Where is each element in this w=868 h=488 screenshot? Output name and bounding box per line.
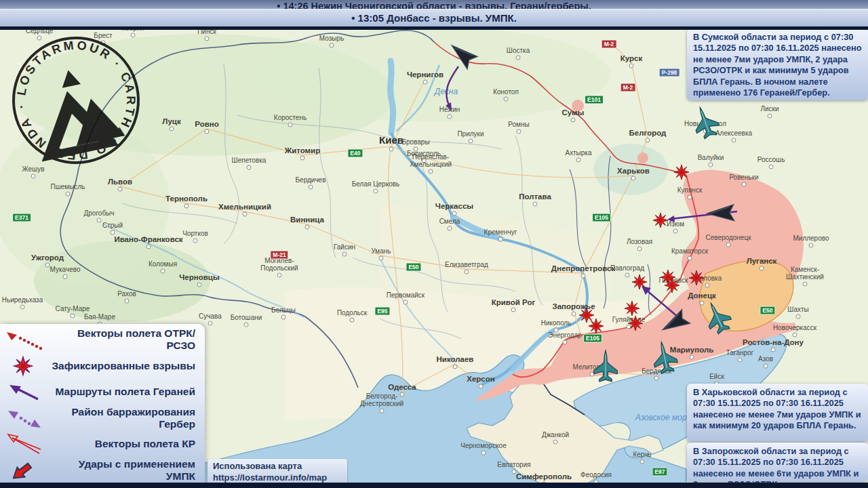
ticker-line1-text: • 14:26 Нежин Черниговской области - взр… [277,1,591,9]
drone-marker [447,39,478,69]
legend-row-geran: Маршруты полета Гераней [0,379,205,405]
kr-vector-icon [0,432,49,456]
legend-panel: Векторы полета ОТРК/РСЗО Зафиксированные… [0,324,205,483]
explosion-marker [653,213,668,228]
legend-row-umpk: Удары с применением УМПК [0,458,205,484]
route-arrow [446,66,458,106]
infobox-zaporizhzhia: В Запорожской области за период с 07:30 … [687,443,868,482]
umpk-strike-icon [0,458,49,483]
infobox-zaporizhzhia-text: В Запорожской области за период с 07:30 … [693,446,859,488]
legend-label-gerbera: Район барражирования Гербер [49,406,205,430]
route-arrow [646,289,677,317]
jet-marker [650,340,679,375]
explosion-marker [632,274,647,289]
legend-label-umpk: Удары с применением УМПК [49,458,205,483]
jet-marker [689,103,722,140]
legend-label-otrk: Векторы полета ОТРК/РСЗО [49,327,205,352]
infobox-sumy: В Сумской области за период с 07:30 15.1… [687,28,868,100]
legend-label-explosion: Зафиксированные взрывы [49,360,205,372]
gerbera-loiter-icon [0,407,49,430]
jet-marker [594,350,618,382]
explosion-marker [628,316,643,331]
legend-row-otrk: Векторы полета ОТРК/РСЗО [0,327,205,353]
infobox-kharkiv: В Харьковской области за период с 07:30 … [687,384,868,442]
route-arrowhead [667,216,675,222]
explosion-marker [625,301,639,316]
otrk-vector-icon [0,329,49,350]
infobox-sumy-text: В Сумской области за период с 07:30 15.1… [693,32,861,98]
ticker-separator [0,26,868,30]
lostarmour-stamp: · LOSTARMOUR · CARTHAGO DELENDA EST [4,28,148,172]
explosion-marker [689,270,704,285]
screenshot-stage: • 14:26 Нежин Черниговской области - взр… [0,0,868,488]
geran-route-icon [0,381,49,403]
legend-row-gerbera: Район барражирования Гербер [0,405,205,432]
map-attribution: Использована карта https://lostarmour.in… [208,459,347,486]
legend-row-kr: Векторы полета КР [0,431,205,458]
ticker-line2-text: • 13:05 Донбасс - взрывы. УМПК. [351,12,517,24]
legend-label-geran: Маршруты полета Гераней [49,386,205,398]
stamp-triangle-small [59,68,81,88]
ticker-line1-bar: • 14:26 Нежин Черниговской области - взр… [0,0,868,9]
explosion-legend-icon [0,354,49,378]
explosion-marker [665,278,679,293]
legend-row-explosion: Зафиксированные взрывы [0,353,205,380]
bottom-bar [0,483,868,488]
jet-marker [701,298,735,336]
explosion-marker [579,308,594,323]
ticker-line2-bar: • 13:05 Донбасс - взрывы. УМПК. [0,9,868,27]
infobox-kharkiv-text: В Харьковской области за период с 07:30 … [693,387,861,430]
explosion-marker [674,165,689,180]
attribution-line1: Использована карта [213,461,342,472]
legend-label-kr: Векторы полета КР [49,438,205,450]
explosion-marker [589,319,604,333]
